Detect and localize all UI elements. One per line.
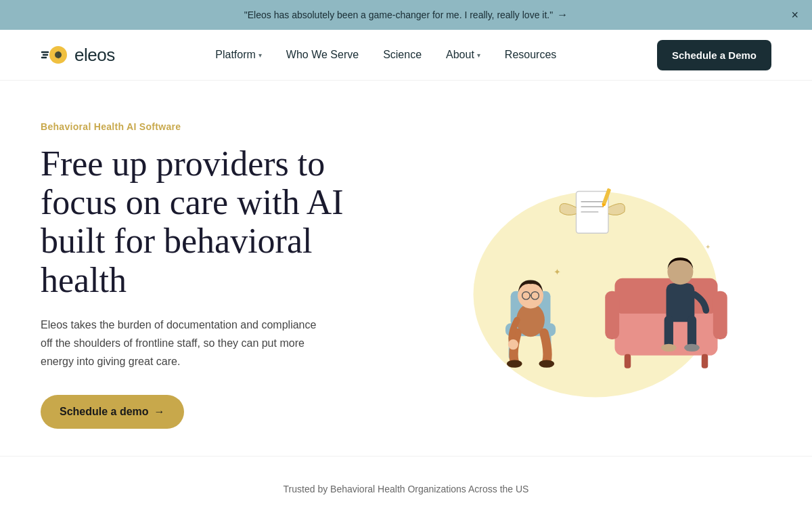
svg-point-33 bbox=[684, 344, 700, 352]
nav-item-resources[interactable]: Resources bbox=[505, 49, 556, 61]
hero-description: Eleos takes the burden of documentation … bbox=[41, 316, 325, 371]
hero-section: Behavioral Health AI Software Free up pr… bbox=[0, 81, 812, 456]
nav-item-about[interactable]: About ▾ bbox=[446, 49, 480, 61]
svg-point-4 bbox=[55, 51, 62, 58]
chevron-down-icon: ▾ bbox=[477, 51, 480, 59]
svg-rect-28 bbox=[625, 354, 631, 368]
svg-point-21 bbox=[507, 360, 522, 368]
trusted-section: Trusted by Behavioral Health Organizatio… bbox=[0, 456, 812, 508]
navbar: eleos Platform ▾ Who We Serve Science Ab… bbox=[0, 30, 812, 81]
hero-illustration: ✦ ✦ bbox=[420, 140, 771, 410]
hero-cta-label: Schedule a demo bbox=[60, 406, 149, 418]
svg-point-32 bbox=[661, 344, 677, 352]
hero-cta-button[interactable]: Schedule a demo → bbox=[41, 395, 184, 429]
banner-link[interactable]: "Eleos has absolutely been a game-change… bbox=[244, 9, 568, 21]
logo-text: eleos bbox=[74, 45, 115, 66]
svg-rect-29 bbox=[702, 354, 708, 368]
svg-rect-26 bbox=[605, 291, 619, 339]
svg-text:✦: ✦ bbox=[554, 267, 561, 277]
top-banner: "Eleos has absolutely been a game-change… bbox=[0, 0, 812, 30]
logo-icon bbox=[41, 40, 70, 70]
trusted-label: Trusted by Behavioral Health Organizatio… bbox=[41, 484, 771, 494]
hero-cta-arrow: → bbox=[154, 406, 165, 418]
hero-title: Free up providers to focus on care with … bbox=[41, 144, 392, 299]
svg-point-22 bbox=[539, 360, 554, 368]
hero-tag: Behavioral Health AI Software bbox=[41, 121, 392, 132]
schedule-demo-button[interactable]: Schedule a Demo bbox=[657, 40, 771, 70]
logo[interactable]: eleos bbox=[41, 40, 115, 70]
svg-point-23 bbox=[508, 339, 518, 350]
svg-rect-27 bbox=[713, 291, 727, 339]
chevron-down-icon: ▾ bbox=[258, 51, 262, 59]
hero-content: Behavioral Health AI Software Free up pr… bbox=[41, 121, 392, 429]
nav-links: Platform ▾ Who We Serve Science About ▾ … bbox=[215, 49, 556, 61]
nav-item-science[interactable]: Science bbox=[383, 49, 422, 61]
banner-arrow: → bbox=[557, 9, 568, 21]
banner-text: "Eleos has absolutely been a game-change… bbox=[244, 9, 553, 20]
nav-item-who-we-serve[interactable]: Who We Serve bbox=[286, 49, 359, 61]
banner-content: "Eleos has absolutely been a game-change… bbox=[244, 9, 568, 21]
svg-text:✦: ✦ bbox=[705, 243, 710, 251]
banner-close-button[interactable]: × bbox=[791, 9, 798, 21]
nav-item-platform[interactable]: Platform ▾ bbox=[215, 49, 262, 61]
therapy-illustration: ✦ ✦ bbox=[453, 146, 738, 404]
